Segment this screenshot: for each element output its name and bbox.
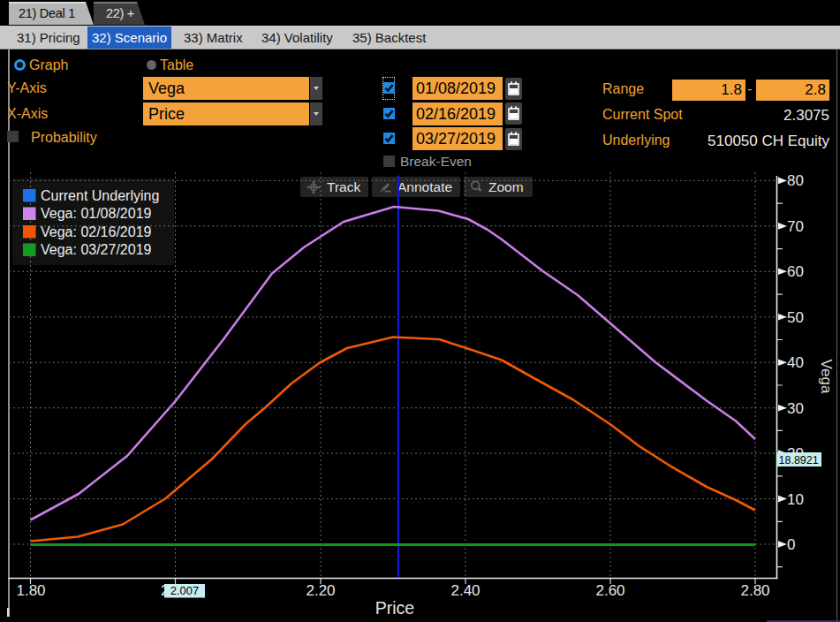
svg-text:60: 60: [787, 263, 804, 280]
svg-text:10: 10: [787, 491, 804, 508]
svg-text:Current Underlying: Current Underlying: [41, 188, 159, 203]
svg-text:0: 0: [787, 536, 795, 553]
svg-text:2.007: 2.007: [170, 584, 200, 597]
svg-text:50: 50: [787, 309, 804, 326]
svg-text:18.8921: 18.8921: [779, 454, 819, 466]
svg-text:30: 30: [787, 400, 804, 417]
svg-text:80: 80: [787, 172, 804, 189]
svg-text:2.40: 2.40: [450, 582, 480, 599]
svg-text:1.80: 1.80: [16, 582, 45, 599]
svg-text:2.60: 2.60: [595, 582, 624, 599]
svg-text:Vega: 03/27/2019: Vega: 03/27/2019: [41, 242, 152, 257]
svg-text:Vega: Vega: [818, 360, 835, 394]
svg-text:Vega: 02/16/2019: Vega: 02/16/2019: [41, 224, 152, 239]
svg-text:70: 70: [787, 218, 804, 235]
svg-text:2.20: 2.20: [306, 582, 335, 599]
svg-text:2.80: 2.80: [740, 582, 769, 599]
svg-text:Price: Price: [375, 598, 414, 618]
svg-text:Vega: 01/08/2019: Vega: 01/08/2019: [41, 206, 152, 221]
svg-text:40: 40: [787, 354, 804, 371]
